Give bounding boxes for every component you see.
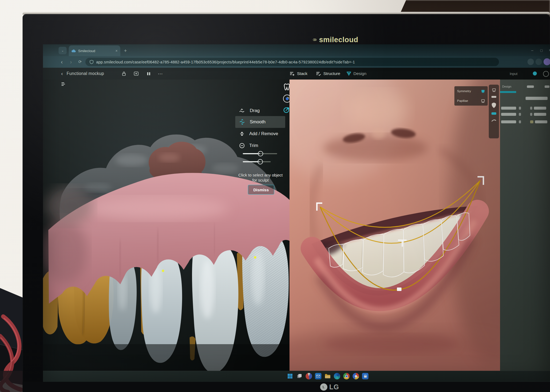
smilecloud-logo-icon [313, 37, 317, 43]
tab-search-chip[interactable]: ⌄ [59, 47, 67, 54]
taskbar-icons [287, 373, 368, 379]
papillae-row[interactable]: Papillae [454, 96, 488, 106]
photo-of-monitor: smilecloud ⌄ Smilecloud × + – ▢ ✕ ‹ › ⟳ … [0, 0, 550, 392]
tab-close-icon[interactable]: × [115, 49, 118, 53]
properties-sidebar: Design [500, 80, 550, 371]
sidebar-active-underline [500, 91, 516, 93]
brush-size-slider[interactable] [243, 151, 277, 156]
sidebar-tab-design[interactable]: Design [502, 84, 511, 89]
patient-smile-photo [290, 80, 500, 371]
nav-stack-button[interactable]: Stack [290, 68, 307, 80]
window-minimize-button[interactable]: – [529, 46, 536, 55]
window-close-button[interactable]: ✕ [546, 46, 550, 55]
screenshot-icon[interactable] [132, 68, 140, 80]
header-notification-icon[interactable] [533, 71, 537, 75]
design-icon [346, 71, 351, 76]
property-label [501, 107, 516, 110]
property-stepper[interactable] [519, 120, 521, 123]
tool-smooth-label: Smooth [250, 119, 266, 125]
property-stepper[interactable] [519, 113, 521, 116]
slider-knob[interactable] [258, 151, 263, 156]
sculpt-tool-panel: Drag Smooth Add / Remove [234, 81, 291, 199]
slider-knob[interactable] [258, 159, 263, 164]
app-sphere-icon[interactable] [306, 373, 312, 379]
browser-back-button[interactable]: ‹ [58, 57, 66, 67]
bezel-sticker: smilecloud [313, 34, 358, 45]
sculpt-hint-line2: for sculpt [234, 178, 287, 183]
tool-drag-label: Drag [250, 108, 260, 113]
smile-design-panel: Symmetry Papillae [454, 86, 488, 106]
property-stepper[interactable] [530, 113, 532, 116]
bezel-bottom [23, 382, 550, 392]
nav-stack-label: Stack [297, 71, 307, 76]
tool-add-remove[interactable]: Add / Remove [236, 128, 289, 139]
sidebar-section-label [526, 97, 548, 100]
property-value[interactable] [534, 107, 546, 110]
tooth-small-icon[interactable] [492, 88, 496, 92]
edge-browser-icon[interactable] [334, 373, 340, 379]
property-value[interactable] [534, 113, 546, 116]
dismiss-label: Dismiss [253, 188, 269, 192]
task-view-icon[interactable] [296, 373, 303, 379]
property-label [501, 113, 516, 116]
papillae-icon [481, 99, 485, 103]
header-user-icon[interactable] [543, 71, 549, 77]
dismiss-button[interactable]: Dismiss [248, 185, 274, 195]
smooth-icon [239, 119, 245, 125]
tab-favicon-cloud-icon [71, 49, 76, 53]
app-title: Functional mockup [67, 68, 104, 80]
extension-icon[interactable] [527, 59, 534, 65]
header-input-label[interactable]: Input [510, 68, 518, 80]
tool-trim-label: Trim [249, 143, 258, 148]
columns-icon[interactable] [144, 68, 153, 80]
layers-icon[interactable] [61, 82, 66, 87]
extensions-puzzle-icon[interactable] [535, 59, 542, 65]
profile-avatar[interactable] [544, 58, 550, 65]
sidebar-tab[interactable] [545, 85, 549, 88]
ruler-icon[interactable] [491, 96, 496, 98]
new-tab-button[interactable]: + [122, 47, 129, 54]
property-stepper[interactable] [519, 107, 521, 110]
sidebar-tab[interactable] [527, 85, 534, 88]
url-pill[interactable]: app.smilecloud.com/case/eef06482-a785-48… [85, 58, 499, 66]
nav-design-button[interactable]: Design [346, 68, 366, 80]
tooth-icon[interactable] [284, 83, 290, 91]
tool-smooth[interactable]: Smooth [235, 116, 285, 128]
smile-line-icon[interactable] [491, 112, 496, 115]
structure-icon [316, 71, 321, 76]
nav-design-label: Design [353, 71, 366, 76]
papillae-label: Papillae [457, 99, 468, 102]
brush-strength-slider[interactable] [243, 159, 271, 164]
property-stepper[interactable] [530, 107, 532, 110]
symmetry-row[interactable]: Symmetry [454, 86, 488, 96]
mail-app-icon[interactable] [315, 373, 321, 379]
symmetry-label: Symmetry [457, 89, 471, 93]
browser-reload-button[interactable]: ⟳ [76, 57, 84, 67]
property-label [501, 120, 516, 123]
lock-icon[interactable] [120, 68, 128, 80]
more-options-button[interactable]: ⋯ [156, 68, 165, 80]
property-stepper[interactable] [530, 120, 533, 123]
property-value[interactable] [535, 120, 547, 123]
smile-photo-pane[interactable]: Symmetry Papillae [290, 80, 500, 371]
file-explorer-icon[interactable] [324, 373, 331, 379]
tool-drag[interactable]: Drag [236, 105, 285, 116]
google-pin-app-icon[interactable] [353, 373, 359, 379]
store-app-icon[interactable] [362, 373, 368, 379]
curve-icon[interactable] [491, 118, 497, 122]
start-button[interactable] [287, 373, 293, 379]
app-back-button[interactable]: ‹ [59, 68, 66, 80]
chrome-browser-icon[interactable] [343, 373, 350, 379]
site-info-icon[interactable] [90, 60, 93, 64]
window-maximize-button[interactable]: ▢ [538, 46, 545, 55]
tab-title: Smilecloud [78, 49, 113, 53]
stack-icon [290, 71, 295, 76]
slider-track[interactable] [243, 161, 271, 162]
browser-forward-button[interactable]: › [67, 57, 75, 67]
lips-icon[interactable] [491, 102, 497, 109]
nav-structure-button[interactable]: Structure [316, 68, 340, 80]
symmetry-icon [481, 89, 485, 93]
browser-tab[interactable]: Smilecloud × [69, 45, 120, 56]
tool-trim[interactable]: Trim [236, 140, 285, 151]
bezel-sticker-label: smilecloud [319, 36, 358, 44]
